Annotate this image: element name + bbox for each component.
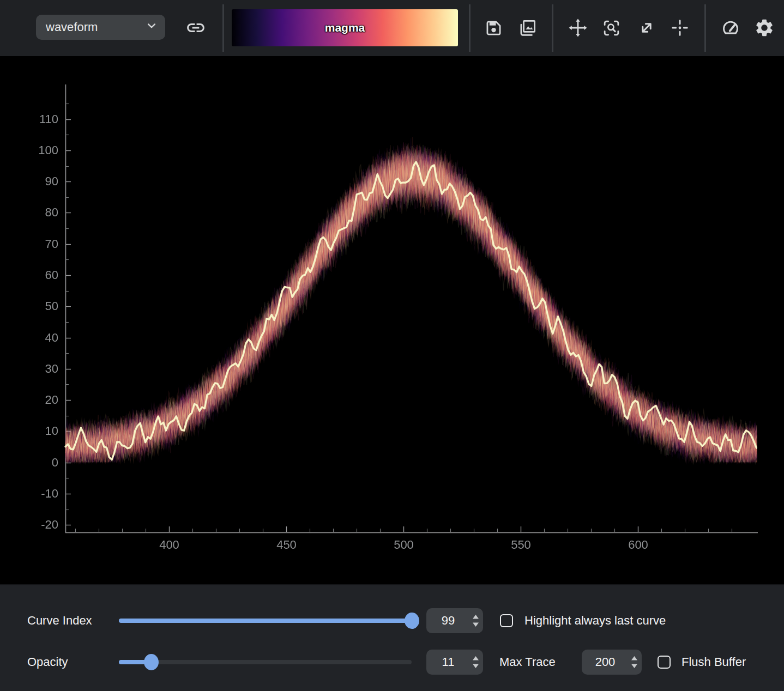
curve-index-label: Curve Index: [27, 614, 92, 628]
slider-fill: [119, 619, 412, 623]
save-icon: [484, 18, 504, 38]
spinner-arrows[interactable]: [626, 654, 642, 670]
export-image-icon: [517, 18, 538, 38]
toolbar-divider: [222, 4, 224, 52]
spinner-down-icon: [473, 664, 479, 669]
slider-track[interactable]: [119, 660, 412, 664]
colormap-button[interactable]: magma: [232, 9, 458, 46]
toolbar-divider: [469, 4, 471, 52]
slider-handle[interactable]: [144, 654, 159, 670]
performance-gauge-button[interactable]: [720, 17, 741, 39]
toolbar-divider: [704, 4, 706, 52]
performance-gauge-icon: [720, 17, 741, 38]
expand-button[interactable]: [636, 17, 658, 39]
zoom-region-icon: [601, 18, 622, 38]
toolbar-divider: [552, 4, 553, 52]
toolbar: waveform magma: [0, 0, 784, 56]
link-icon: [185, 17, 206, 38]
slider-handle[interactable]: [405, 613, 419, 629]
spinner-down-icon: [631, 664, 637, 669]
spinner-up-icon: [473, 656, 479, 660]
control-panel: Curve Index 99 Highlight always last cur…: [0, 584, 784, 691]
flush-buffer-label: Flush Buffer: [682, 655, 746, 669]
spinner-up-icon: [473, 615, 479, 619]
opacity-spinbox[interactable]: 11: [426, 650, 483, 675]
chevron-down-icon: [146, 20, 158, 35]
dataset-dropdown[interactable]: waveform: [36, 15, 165, 40]
max-trace-label: Max Trace: [499, 655, 556, 669]
opacity-spinbox-value: 11: [426, 655, 468, 669]
crosshair-icon: [670, 18, 690, 38]
settings-gear-icon: [754, 17, 775, 38]
max-trace-spinbox[interactable]: 200: [582, 650, 642, 675]
spinner-up-icon: [631, 656, 637, 660]
settings-gear-button[interactable]: [753, 17, 775, 39]
pan-button[interactable]: [567, 17, 589, 39]
expand-icon: [637, 18, 656, 38]
highlight-last-label: Highlight always last curve: [524, 614, 666, 628]
flush-buffer-checkbox[interactable]: [658, 656, 671, 669]
pan-icon: [568, 17, 588, 38]
max-trace-spinbox-value: 200: [582, 655, 626, 669]
spinner-arrows[interactable]: [468, 654, 483, 670]
dataset-dropdown-value: waveform: [46, 20, 98, 34]
colormap-label: magma: [325, 21, 365, 34]
spinner-arrows[interactable]: [468, 613, 483, 628]
zoom-region-button[interactable]: [600, 17, 622, 39]
link-axes-button[interactable]: [185, 17, 207, 39]
opacity-slider[interactable]: [119, 654, 412, 670]
export-image-button[interactable]: [516, 17, 538, 39]
waveform-plot[interactable]: [0, 56, 784, 584]
crosshair-button[interactable]: [669, 17, 691, 39]
curve-index-spinbox[interactable]: 99: [426, 608, 483, 633]
curve-index-spinbox-value: 99: [426, 614, 468, 628]
highlight-last-checkbox[interactable]: [500, 614, 513, 627]
plot-area: [0, 56, 784, 584]
spinner-down-icon: [473, 623, 479, 627]
opacity-label: Opacity: [27, 655, 68, 669]
curve-index-slider[interactable]: [119, 613, 412, 629]
save-button[interactable]: [483, 17, 504, 39]
